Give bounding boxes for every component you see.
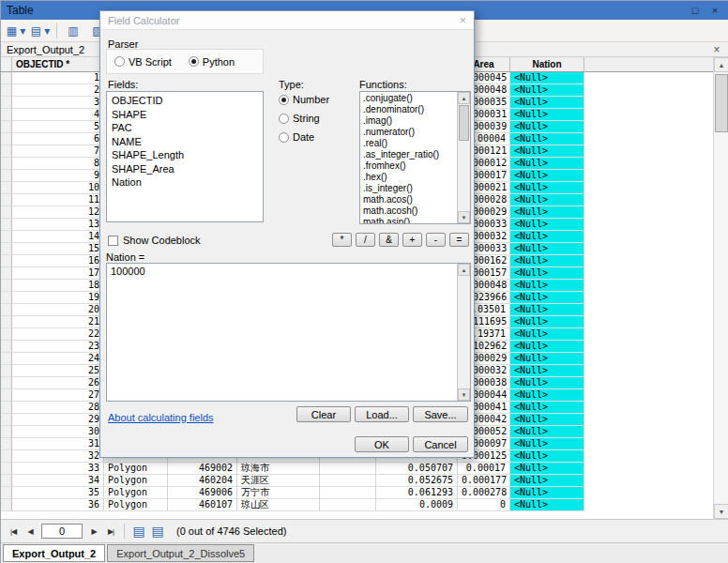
row-selector[interactable] xyxy=(1,109,12,121)
row-selector[interactable] xyxy=(1,389,12,402)
row-selector[interactable] xyxy=(1,170,12,182)
cell-objectid[interactable]: 34 xyxy=(12,475,104,487)
cell-nation[interactable]: <Null> xyxy=(510,316,584,328)
functions-listbox[interactable]: .conjugate().denominator().imag().numera… xyxy=(359,91,471,224)
close-window-button[interactable]: × xyxy=(706,4,723,18)
cell-objectid[interactable]: 10 xyxy=(12,182,104,194)
cell-objectid[interactable]: 29 xyxy=(12,414,104,426)
operator-button-[interactable]: * xyxy=(332,233,352,247)
cell-nation[interactable]: <Null> xyxy=(510,365,584,377)
row-selector[interactable] xyxy=(1,72,12,84)
operator-button-[interactable]: / xyxy=(356,233,375,247)
cell-objectid[interactable]: 12 xyxy=(12,206,104,219)
cell-nation[interactable]: <Null> xyxy=(510,426,584,438)
cell-objectid[interactable]: 5 xyxy=(12,121,104,133)
cell-objectid[interactable]: 32 xyxy=(12,450,104,463)
cell-nation[interactable]: <Null> xyxy=(510,267,584,280)
cell-objectid[interactable]: 23 xyxy=(12,341,104,353)
cell-area[interactable]: 0 xyxy=(458,499,510,511)
show-all-records-icon[interactable]: ▤ xyxy=(129,523,148,540)
cell-objectid[interactable]: 26 xyxy=(12,377,104,389)
record-number-input[interactable] xyxy=(41,524,83,539)
cell-nation[interactable]: <Null> xyxy=(510,450,584,463)
row-selector[interactable] xyxy=(1,133,12,145)
cell-pac[interactable]: 469006 xyxy=(168,487,237,499)
cell-pac[interactable]: 469002 xyxy=(168,463,237,475)
cell-nation[interactable]: <Null> xyxy=(510,292,584,304)
cell-nation[interactable]: <Null> xyxy=(510,255,584,267)
row-selector[interactable] xyxy=(1,402,12,414)
about-calculating-fields-link[interactable]: About calculating fields xyxy=(108,412,214,423)
function-item[interactable]: math.acos() xyxy=(360,194,457,205)
cell-shape[interactable]: Polygon xyxy=(104,475,168,487)
field-item-pac[interactable]: PAC xyxy=(107,121,263,135)
cell-shape-length[interactable] xyxy=(320,499,376,511)
function-item[interactable]: .hex() xyxy=(360,172,457,183)
row-selector[interactable] xyxy=(1,280,12,292)
row-selector[interactable] xyxy=(1,463,12,475)
field-item-nation[interactable]: Nation xyxy=(107,175,263,190)
row-selector[interactable] xyxy=(1,365,12,377)
type-option-number[interactable]: Number xyxy=(279,94,329,105)
function-item[interactable]: .fromhex() xyxy=(360,160,457,172)
row-selector[interactable] xyxy=(1,475,12,487)
function-item[interactable]: .as_integer_ratio() xyxy=(360,149,457,160)
row-selector[interactable] xyxy=(1,97,12,109)
cell-nation[interactable]: <Null> xyxy=(510,109,584,121)
cell-nation[interactable]: <Null> xyxy=(510,72,584,84)
row-selector[interactable] xyxy=(1,499,12,511)
next-record-button[interactable]: ▶ xyxy=(85,524,102,539)
cell-shape-length[interactable] xyxy=(320,463,376,475)
related-tables-button[interactable]: ▤ ▾ xyxy=(29,22,52,40)
cell-nation[interactable]: <Null> xyxy=(510,475,584,487)
cell-objectid[interactable]: 16 xyxy=(12,255,104,267)
function-item[interactable]: math.asin() xyxy=(360,217,457,223)
parser-option-python[interactable]: Python xyxy=(189,56,235,68)
cell-shape[interactable]: Polygon xyxy=(104,463,168,475)
type-option-date[interactable]: Date xyxy=(279,131,329,143)
cell-nation[interactable]: <Null> xyxy=(510,341,584,353)
cell-objectid[interactable]: 25 xyxy=(12,365,104,377)
cell-nation[interactable]: <Null> xyxy=(510,219,584,231)
save-button[interactable]: Save... xyxy=(413,406,468,422)
row-selector[interactable] xyxy=(1,206,12,219)
cell-objectid[interactable]: 35 xyxy=(12,487,104,499)
scroll-up-arrow-icon[interactable]: ▲ xyxy=(714,57,728,72)
cell-nation[interactable]: <Null> xyxy=(510,97,584,109)
cell-nation[interactable]: <Null> xyxy=(510,304,584,316)
cell-objectid[interactable]: 2 xyxy=(12,84,104,97)
row-selector[interactable] xyxy=(1,194,12,206)
function-item[interactable]: .conjugate() xyxy=(360,93,457,104)
clear-button[interactable]: Clear xyxy=(296,406,351,422)
cell-objectid[interactable]: 8 xyxy=(12,158,104,170)
row-selector[interactable] xyxy=(1,414,12,426)
row-selector[interactable] xyxy=(1,328,12,341)
cell-objectid[interactable]: 14 xyxy=(12,231,104,243)
table-options-button[interactable]: ▦ ▾ xyxy=(5,22,27,40)
cell-shape-area[interactable]: 0.052675 xyxy=(376,475,458,487)
cell-shape-length[interactable] xyxy=(320,475,376,487)
column-header-objectid[interactable]: OBJECTID * xyxy=(12,57,104,72)
expression-scroll-up-icon[interactable]: ▲ xyxy=(458,264,470,276)
panel-close-button[interactable]: × xyxy=(710,43,723,56)
sheet-tab-export-output-2[interactable]: Export_Output_2 xyxy=(3,544,105,562)
function-item[interactable]: .real() xyxy=(360,138,457,149)
show-selected-records-icon[interactable]: ▤ xyxy=(148,523,167,540)
function-item[interactable]: .numerator() xyxy=(360,127,457,138)
cell-objectid[interactable]: 6 xyxy=(12,133,104,145)
cell-objectid[interactable]: 22 xyxy=(12,328,104,341)
cell-name[interactable]: 琼山区 xyxy=(237,499,320,511)
row-selector[interactable] xyxy=(1,231,12,243)
cell-nation[interactable]: <Null> xyxy=(510,121,584,133)
cell-nation[interactable]: <Null> xyxy=(510,414,584,426)
row-selector[interactable] xyxy=(1,377,12,389)
cell-nation[interactable]: <Null> xyxy=(510,389,584,402)
cancel-button[interactable]: Cancel xyxy=(413,436,468,452)
cell-objectid[interactable]: 9 xyxy=(12,170,104,182)
operator-button-[interactable]: - xyxy=(426,233,446,247)
cell-nation[interactable]: <Null> xyxy=(510,280,584,292)
function-item[interactable]: .denominator() xyxy=(360,104,457,115)
cell-objectid[interactable]: 7 xyxy=(12,145,104,158)
column-header-nation[interactable]: Nation xyxy=(510,57,584,72)
function-item[interactable]: .imag() xyxy=(360,115,457,127)
